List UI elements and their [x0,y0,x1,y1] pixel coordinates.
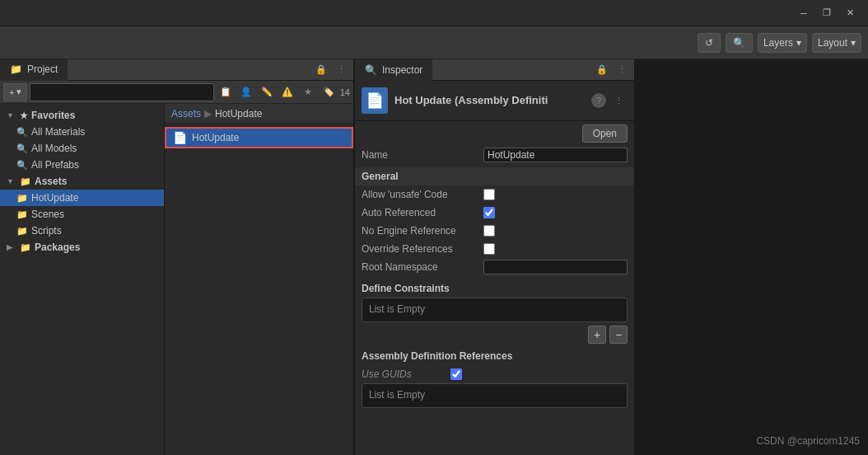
no-engine-label: No Engine Reference [362,225,477,237]
project-panel: 📁 Project 🔒 ⋮ + ▾ 📋 👤 ✏️ ⚠️ ★ 🏷️ 14 [0,59,354,455]
name-field-label: Name [362,149,477,161]
inspector-panel: 🔍 Inspector 🔒 ⋮ 📄 Hot Update (Assembly D… [354,59,634,455]
open-button[interactable]: Open [582,124,628,143]
help-icon[interactable]: ? [591,93,606,108]
packages-label: Packages [35,242,80,253]
close-button[interactable]: ✕ [838,2,861,25]
remove-constraint-button[interactable]: − [609,326,628,344]
project-tab[interactable]: 📁 Project [0,59,68,81]
open-btn-row: Open [355,121,634,146]
add-button[interactable]: + ▾ [3,83,27,101]
file-panel: Assets ▶ HotUpdate 📄 HotUpdate [165,104,353,455]
user-icon[interactable]: 👤 [237,83,255,101]
allow-unsafe-label: Allow 'unsafe' Code [362,189,477,200]
history-button[interactable]: ↺ [698,33,721,53]
use-guids-checkbox[interactable] [450,368,462,380]
define-constraints-header: Define Constraints [362,279,628,298]
all-materials-label: All Materials [31,126,85,138]
project-content: ▼ ★ Favorites 🔍 All Materials 🔍 All Mode… [0,104,353,455]
root-namespace-label: Root Namespace [362,261,477,273]
define-constraints-actions: + − [362,326,628,344]
view-icon[interactable]: 📋 [217,83,235,101]
favorites-icon: ★ [20,110,28,121]
tag-count: 14 [340,87,350,97]
add-constraint-button[interactable]: + [588,326,606,344]
hotupdate-tree-icon: 📁 [16,193,28,204]
all-models-item[interactable]: 🔍 All Models [0,140,164,157]
hotupdate-file-item[interactable]: 📄 HotUpdate [165,127,353,148]
hotupdate-tree-label: HotUpdate [31,192,78,204]
asset-header: 📄 Hot Update (Assembly Definiti ? ⋮ [355,81,634,121]
all-prefabs-item[interactable]: 🔍 All Prefabs [0,157,164,173]
project-tab-bar: 📁 Project 🔒 ⋮ [0,59,353,81]
scripts-tree-item[interactable]: 📁 Scripts [0,223,164,239]
project-menu-icon[interactable]: ⋮ [332,61,350,79]
search-toolbar-button[interactable]: 🔍 [726,33,753,53]
restore-button[interactable]: ❐ [815,2,838,25]
assets-item[interactable]: ▼ 📁 Assets [0,173,164,190]
project-lock-icon[interactable]: 🔒 [312,61,330,79]
auto-referenced-row: Auto Referenced [355,204,634,222]
inspector-tab-icons: 🔒 ⋮ [593,61,634,79]
layers-dropdown[interactable]: Layers ▾ [758,33,807,53]
add-icon: + [9,87,14,97]
allow-unsafe-checkbox[interactable] [483,189,495,200]
name-field-row: Name [355,146,634,164]
breadcrumb: Assets ▶ HotUpdate [165,104,353,124]
search-input[interactable] [30,83,213,101]
override-references-checkbox[interactable] [483,243,495,255]
inspector-tab[interactable]: 🔍 Inspector [355,59,432,81]
layers-label: Layers [763,37,793,49]
packages-arrow: ▶ [7,243,16,251]
all-prefabs-label: All Prefabs [31,159,79,171]
project-tab-icons: 🔒 ⋮ [312,61,353,79]
root-namespace-input[interactable] [483,260,628,274]
minimize-button[interactable]: ─ [792,2,815,25]
all-prefabs-icon: 🔍 [16,160,28,171]
override-references-row: Override References [355,240,634,258]
inspector-lock-icon[interactable]: 🔒 [593,61,611,79]
asset-title-block: Hot Update (Assembly Definiti [394,94,585,108]
allow-unsafe-row: Allow 'unsafe' Code [355,185,634,204]
inspector-asset-menu-icon[interactable]: ⋮ [609,91,628,110]
edit-icon[interactable]: ✏️ [258,83,276,101]
project-tab-label: Project [27,63,58,75]
root-namespace-row: Root Namespace [355,258,634,276]
scenes-tree-icon: 📁 [16,209,28,220]
inspector-tab-label: Inspector [382,64,422,76]
breadcrumb-root[interactable]: Assets [171,108,201,120]
assembly-def-refs-section: Assembly Definition References Use GUIDs… [362,347,628,408]
layout-dropdown[interactable]: Layout ▾ [812,33,861,53]
file-list: 📄 HotUpdate [165,124,353,152]
inspector-tab-icon: 🔍 [365,64,377,76]
favorites-label: Favorites [31,110,75,121]
layout-dropdown-icon: ▾ [851,37,856,49]
history-icon: ↺ [705,37,713,49]
title-bar: ─ ❐ ✕ [0,0,868,26]
warning-icon[interactable]: ⚠️ [278,83,296,101]
use-guids-row: Use GUIDs [362,365,628,383]
add-dropdown-icon: ▾ [16,87,21,97]
hotupdate-file-label: HotUpdate [192,132,239,143]
project-toolbar: + ▾ 📋 👤 ✏️ ⚠️ ★ 🏷️ 14 [0,81,353,104]
breadcrumb-sep: ▶ [204,108,212,120]
hotupdate-tree-item[interactable]: 📁 HotUpdate [0,190,164,206]
breadcrumb-current: HotUpdate [215,108,262,120]
scenes-tree-item[interactable]: 📁 Scenes [0,206,164,223]
favorites-item[interactable]: ▼ ★ Favorites [0,107,164,124]
auto-referenced-checkbox[interactable] [483,207,495,218]
all-materials-item[interactable]: 🔍 All Materials [0,124,164,140]
scripts-tree-icon: 📁 [16,226,28,237]
all-models-label: All Models [31,143,77,154]
inspector-menu-icon[interactable]: ⋮ [613,61,631,79]
all-models-icon: 🔍 [16,143,28,154]
packages-item[interactable]: ▶ 📁 Packages [0,239,164,256]
top-toolbar: ↺ 🔍 Layers ▾ Layout ▾ [0,26,868,59]
assets-label: Assets [35,176,67,187]
star-icon[interactable]: ★ [299,83,317,101]
name-field-input[interactable] [483,148,628,162]
no-engine-checkbox[interactable] [483,225,495,237]
tag-icon[interactable]: 🏷️ [320,83,338,101]
define-constraints-empty: List is Empty [362,298,628,322]
assembly-def-refs-header: Assembly Definition References [362,347,628,365]
